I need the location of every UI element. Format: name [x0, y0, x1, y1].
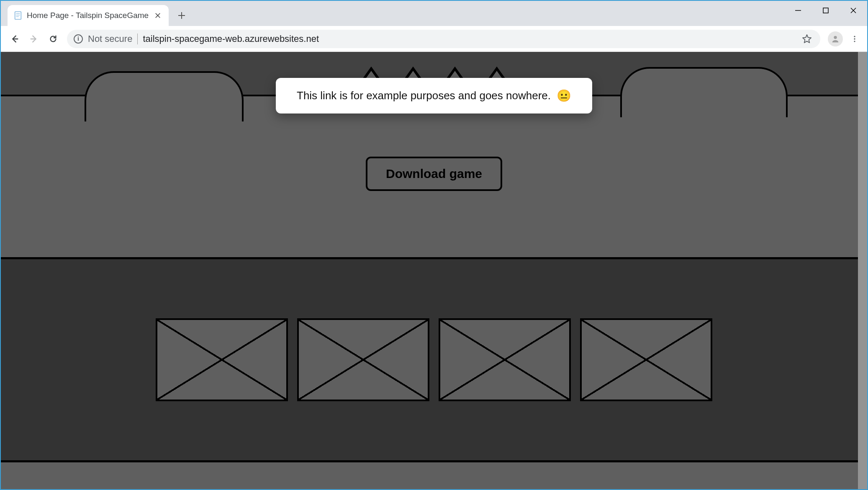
- svg-point-17: [854, 41, 855, 42]
- window-maximize-button[interactable]: [812, 1, 840, 20]
- viewport: Download game This link is for example p…: [1, 52, 867, 489]
- forward-button[interactable]: [25, 30, 43, 48]
- profile-avatar[interactable]: [828, 31, 843, 46]
- neutral-face-icon: 😐: [557, 89, 571, 103]
- svg-rect-0: [15, 12, 21, 19]
- window-controls: [784, 1, 867, 20]
- window-close-button[interactable]: [840, 1, 867, 20]
- modal-backdrop[interactable]: [1, 52, 867, 489]
- favicon-icon: [13, 11, 23, 20]
- svg-point-15: [854, 36, 855, 37]
- separator: [137, 34, 138, 44]
- toolbar: i Not secure tailspin-spacegame-web.azur…: [1, 26, 867, 52]
- security-label: Not secure: [88, 34, 132, 44]
- bookmark-star-icon[interactable]: [800, 32, 814, 46]
- window-minimize-button[interactable]: [784, 1, 812, 20]
- new-tab-button[interactable]: [175, 8, 189, 23]
- reload-button[interactable]: [44, 30, 62, 48]
- svg-point-16: [854, 38, 855, 39]
- url-text: tailspin-spacegame-web.azurewebsites.net: [143, 34, 795, 44]
- browser-tab[interactable]: Home Page - Tailspin SpaceGame: [8, 5, 169, 26]
- site-info-icon[interactable]: i: [74, 34, 83, 44]
- tab-close-button[interactable]: [153, 10, 163, 21]
- notice-text: This link is for example purposes and go…: [297, 89, 551, 102]
- titlebar: Home Page - Tailspin SpaceGame: [1, 1, 867, 26]
- back-button[interactable]: [6, 30, 23, 48]
- address-bar[interactable]: i Not secure tailspin-spacegame-web.azur…: [67, 30, 820, 48]
- svg-rect-9: [823, 8, 828, 13]
- tab-title: Home Page - Tailspin SpaceGame: [27, 11, 149, 20]
- svg-point-14: [834, 36, 837, 39]
- browser-window: Home Page - Tailspin SpaceGame: [0, 0, 868, 490]
- browser-menu-button[interactable]: [847, 31, 862, 46]
- notice-toast: This link is for example purposes and go…: [276, 78, 592, 113]
